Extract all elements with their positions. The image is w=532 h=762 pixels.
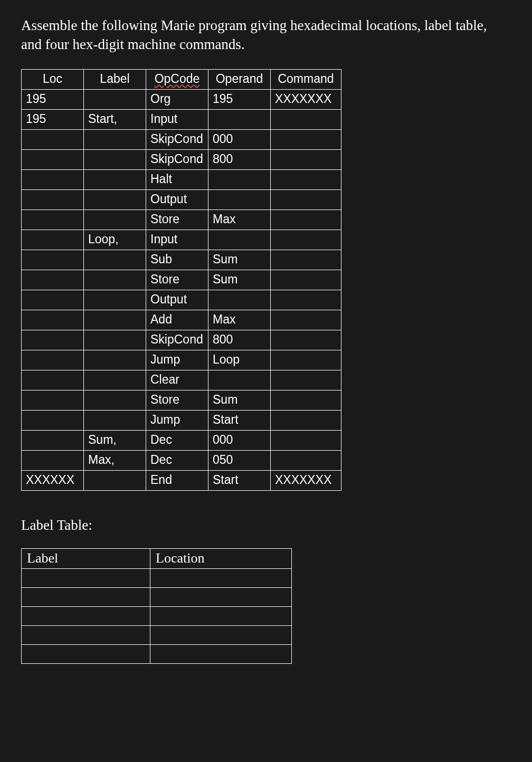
cell-loc [22,330,84,350]
cell-label [84,169,146,189]
cell-opcode: Output [146,189,208,209]
table-row: Output [22,189,341,209]
label-table-title: Label Table: [21,517,511,534]
cell-loc [22,370,84,390]
cell-command [271,109,341,129]
cell-opcode: Add [146,310,208,330]
table-row: 195Org195XXXXXXX [22,89,341,109]
table-row: Clear [22,370,341,390]
cell-label [22,587,150,606]
cell-operand [208,189,271,209]
label-table: Label Location [21,548,292,664]
cell-label [84,470,146,490]
cell-label: Loop, [84,230,146,250]
cell-loc: 195 [22,89,84,109]
cell-operand: Start [208,410,271,430]
cell-operand: 195 [208,89,271,109]
cell-label [84,149,146,169]
cell-label [22,568,150,587]
cell-opcode: Clear [146,370,208,390]
cell-opcode: Sub [146,250,208,270]
cell-operand [208,370,271,390]
table-row: Output [22,290,341,310]
document-page: Assemble the following Marie program giv… [0,0,532,680]
cell-opcode: SkipCond [146,330,208,350]
cell-loc: XXXXXX [22,470,84,490]
cell-command [271,189,341,209]
program-table: Loc Label OpCode Operand Command 195Org1… [21,69,341,491]
cell-command [271,230,341,250]
cell-operand [208,230,271,250]
cell-label [84,290,146,310]
cell-loc [22,450,84,470]
cell-loc [22,410,84,430]
col-header-label: Label [84,69,146,89]
cell-loc [22,290,84,310]
cell-command [271,330,341,350]
cell-loc [22,390,84,410]
cell-loc: 195 [22,109,84,129]
cell-loc [22,430,84,450]
table-row: JumpStart [22,410,341,430]
table-row: 195Start,Input [22,109,341,129]
cell-label [22,625,150,644]
cell-label [84,189,146,209]
cell-loc [22,310,84,330]
table-row: Max,Dec050 [22,450,341,470]
table-row: SubSum [22,250,341,270]
cell-command [271,290,341,310]
table-row [22,644,292,663]
cell-command: XXXXXXX [271,89,341,109]
cell-label [84,410,146,430]
table-row: StoreSum [22,390,341,410]
table-row: Halt [22,169,341,189]
cell-operand [208,109,271,129]
cell-location [150,625,292,644]
table-header-row: Label Location [22,548,292,568]
cell-loc [22,230,84,250]
table-header-row: Loc Label OpCode Operand Command [22,69,341,89]
cell-label [84,350,146,370]
cell-label [84,330,146,350]
table-row: JumpLoop [22,350,341,370]
cell-loc [22,149,84,169]
col-header-operand: Operand [208,69,271,89]
cell-command [271,430,341,450]
cell-command [271,250,341,270]
cell-operand: Sum [208,250,271,270]
cell-loc [22,250,84,270]
cell-opcode: Store [146,270,208,290]
table-row [22,587,292,606]
cell-command [271,169,341,189]
cell-command [271,450,341,470]
cell-loc [22,270,84,290]
cell-location [150,587,292,606]
cell-label: Start, [84,109,146,129]
table-row: SkipCond800 [22,149,341,169]
cell-opcode: SkipCond [146,129,208,149]
cell-opcode: Dec [146,450,208,470]
table-row: StoreSum [22,270,341,290]
cell-command [271,149,341,169]
col-header-loc: Loc [22,69,84,89]
cell-opcode: Input [146,230,208,250]
cell-opcode: Output [146,290,208,310]
cell-operand: Start [208,470,271,490]
cell-label [84,129,146,149]
cell-label [84,250,146,270]
cell-opcode: SkipCond [146,149,208,169]
table-row: SkipCond000 [22,129,341,149]
table-row: AddMax [22,310,341,330]
cell-operand: Sum [208,270,271,290]
table-row [22,568,292,587]
cell-opcode: Store [146,209,208,230]
cell-opcode: Dec [146,430,208,450]
cell-command [271,390,341,410]
table-row: XXXXXXEndStartXXXXXXX [22,470,341,490]
cell-command [271,209,341,230]
cell-opcode: Halt [146,169,208,189]
table-row: StoreMax [22,209,341,230]
cell-command [271,350,341,370]
cell-loc [22,209,84,230]
cell-location [150,606,292,625]
